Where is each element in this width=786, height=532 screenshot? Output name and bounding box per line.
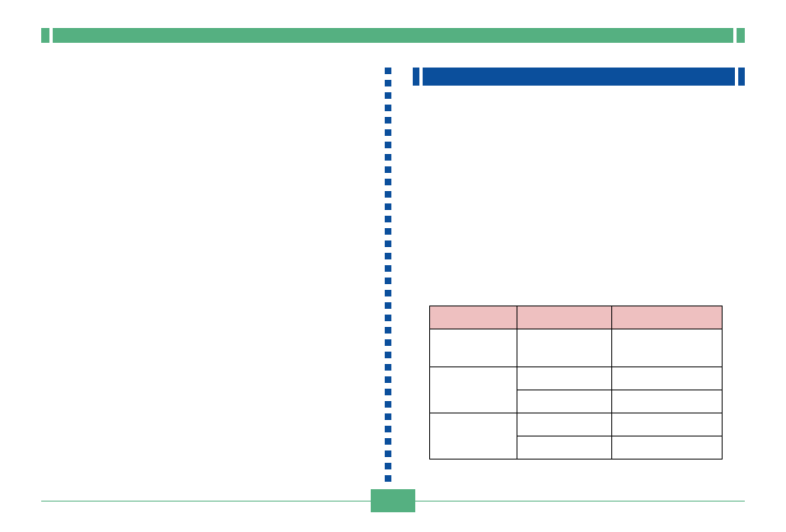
page-header-bar	[41, 28, 745, 43]
center-divider	[385, 68, 391, 486]
table-row	[430, 413, 723, 436]
table-header-cell	[612, 306, 723, 329]
table-cell	[612, 367, 723, 390]
page-number-box	[371, 489, 415, 512]
table-cell	[517, 413, 612, 436]
table-cell	[430, 329, 517, 367]
table-cell	[430, 367, 517, 413]
table-row	[430, 367, 723, 390]
table-header-row	[430, 306, 723, 329]
table-header-cell	[430, 306, 517, 329]
table-cell	[612, 390, 723, 413]
table-cell	[517, 436, 612, 460]
table-cell	[612, 413, 723, 436]
table-cell	[517, 329, 612, 367]
header-right-accent	[737, 28, 745, 43]
data-table	[429, 306, 723, 460]
table-cell	[517, 390, 612, 413]
table-header-cell	[517, 306, 612, 329]
table-cell	[612, 329, 723, 367]
table-cell	[612, 436, 723, 460]
section-header-bar	[413, 68, 745, 86]
table-row	[430, 329, 723, 367]
table-cell	[430, 413, 517, 460]
section-right-accent	[738, 68, 745, 86]
header-main-bar	[53, 28, 733, 43]
table-cell	[517, 367, 612, 390]
header-left-accent	[41, 28, 49, 43]
section-main-bar	[423, 68, 735, 86]
section-left-accent	[413, 68, 419, 86]
